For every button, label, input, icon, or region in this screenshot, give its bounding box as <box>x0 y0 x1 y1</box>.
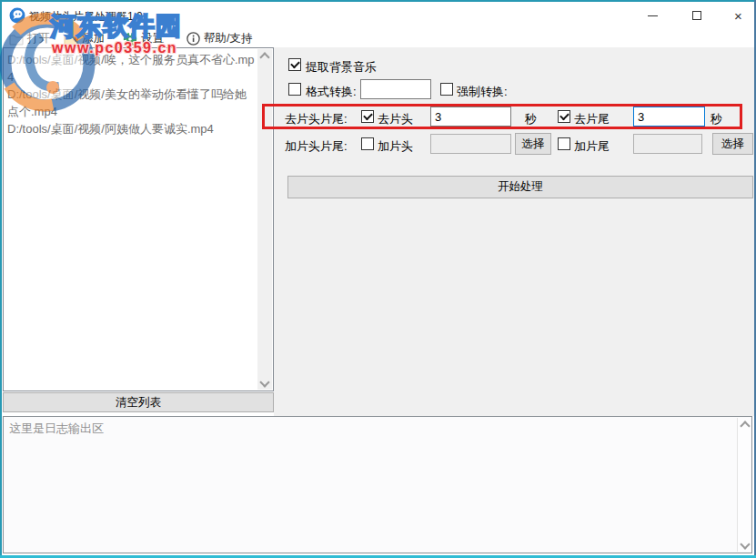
folder-open-icon <box>9 33 24 46</box>
append-tail-browse-label: 选择 <box>721 137 744 152</box>
window-title: 视频片头片尾处理器1.0 <box>29 9 143 25</box>
trim-row-label: 去片头片尾: <box>285 111 348 127</box>
force-convert-checkbox[interactable] <box>440 83 453 96</box>
title-bar: 视频片头片尾处理器1.0 × <box>2 2 754 29</box>
toolbar-settings-label: 设置 <box>141 31 164 46</box>
chevron-up-icon <box>259 52 269 62</box>
close-icon: × <box>734 9 742 23</box>
append-row-label: 加片头片尾: <box>285 138 348 155</box>
scroll-down-button[interactable] <box>257 375 272 390</box>
append-head-checkbox[interactable] <box>361 137 374 150</box>
minimize-icon <box>648 15 658 16</box>
app-window: 视频片头片尾处理器1.0 × 打开 添加 设置 <box>0 0 756 558</box>
close-button[interactable]: × <box>718 2 756 29</box>
scroll-down-button[interactable] <box>738 537 752 552</box>
file-list-item[interactable]: D:/tools/桌面/视频/阿姨做人要诚实.mp4 <box>7 120 257 137</box>
start-processing-label: 开始处理 <box>498 179 543 195</box>
maximize-button[interactable] <box>676 2 717 29</box>
scroll-up-button[interactable] <box>257 49 272 64</box>
extract-music-checkbox[interactable] <box>288 58 301 71</box>
trim-head-checkbox[interactable] <box>361 110 374 123</box>
append-tail-file-input[interactable] <box>633 134 702 154</box>
toolbar-add-label: 添加 <box>82 31 105 46</box>
clear-list-button[interactable]: 清空列表 <box>3 392 274 412</box>
app-icon <box>9 7 25 24</box>
gear-icon <box>123 32 137 46</box>
extract-music-label: 提取背景音乐 <box>306 59 377 76</box>
chevron-down-icon <box>259 377 269 387</box>
trim-tail-checkbox[interactable] <box>558 110 570 123</box>
minimize-button[interactable] <box>632 2 673 29</box>
clear-list-label: 清空列表 <box>116 395 161 411</box>
trim-tail-seconds-input[interactable] <box>633 107 705 127</box>
folder-add-icon <box>64 33 78 46</box>
file-list-items: D:/tools/桌面/视频/唉，这个服务员真不省心.mp4 D:/tools/… <box>5 50 258 138</box>
append-head-browse-label: 选择 <box>522 137 545 152</box>
append-tail-label: 加片尾 <box>574 138 610 155</box>
maximize-icon <box>692 11 701 20</box>
start-processing-button[interactable]: 开始处理 <box>287 176 753 198</box>
trim-head-label: 去片头 <box>378 111 413 127</box>
trim-head-seconds-input[interactable] <box>430 107 511 127</box>
append-head-label: 加片头 <box>378 138 413 155</box>
force-convert-label: 强制转换: <box>457 84 508 100</box>
toolbar: 打开 添加 设置 帮助/支持 <box>2 29 754 48</box>
format-convert-input[interactable] <box>360 79 431 99</box>
log-output-text: 这里是日志输出区 <box>9 421 104 437</box>
file-list-item[interactable]: D:/tools/桌面/视频/美女的举动你看懂了吗给她点个.mp4 <box>7 86 257 120</box>
format-convert-label: 格式转换: <box>306 84 357 100</box>
toolbar-open-label: 打开 <box>27 31 50 46</box>
toolbar-add-button[interactable]: 添加 <box>64 30 105 47</box>
chevron-up-icon <box>740 421 750 431</box>
trim-tail-label: 去片尾 <box>574 111 610 127</box>
settings-panel: 提取背景音乐 格式转换: 强制转换: 去片头片尾: 去片头 秒 去片尾 秒 加片… <box>274 47 754 416</box>
scroll-up-button[interactable] <box>738 418 752 432</box>
toolbar-open-button[interactable]: 打开 <box>9 30 50 47</box>
append-tail-checkbox[interactable] <box>558 137 570 150</box>
append-head-browse-button[interactable]: 选择 <box>515 133 551 155</box>
format-convert-checkbox[interactable] <box>288 83 301 96</box>
toolbar-settings-button[interactable]: 设置 <box>123 30 164 47</box>
chevron-down-icon <box>740 539 750 549</box>
log-output-area[interactable]: 这里是日志输出区 <box>3 416 752 553</box>
toolbar-help-button[interactable]: 帮助/支持 <box>186 30 252 47</box>
toolbar-help-label: 帮助/支持 <box>204 31 252 46</box>
trim-head-unit-label: 秒 <box>525 111 537 127</box>
log-scrollbar[interactable] <box>737 418 751 552</box>
window-border <box>0 0 2 558</box>
trim-tail-unit-label: 秒 <box>711 111 722 127</box>
file-list-item[interactable]: D:/tools/桌面/视频/唉，这个服务员真不省心.mp4 <box>7 51 257 86</box>
info-icon <box>186 32 200 46</box>
file-list[interactable]: D:/tools/桌面/视频/唉，这个服务员真不省心.mp4 D:/tools/… <box>3 47 274 391</box>
file-list-scrollbar[interactable] <box>257 49 272 390</box>
append-head-file-input[interactable] <box>430 134 511 154</box>
append-tail-browse-button[interactable]: 选择 <box>712 133 753 155</box>
